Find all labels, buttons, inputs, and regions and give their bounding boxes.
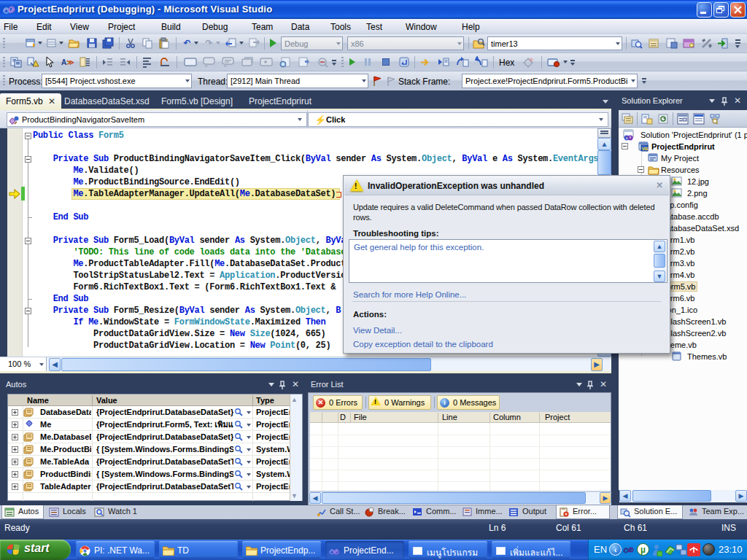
svg-text:VB: VB <box>642 147 649 151</box>
